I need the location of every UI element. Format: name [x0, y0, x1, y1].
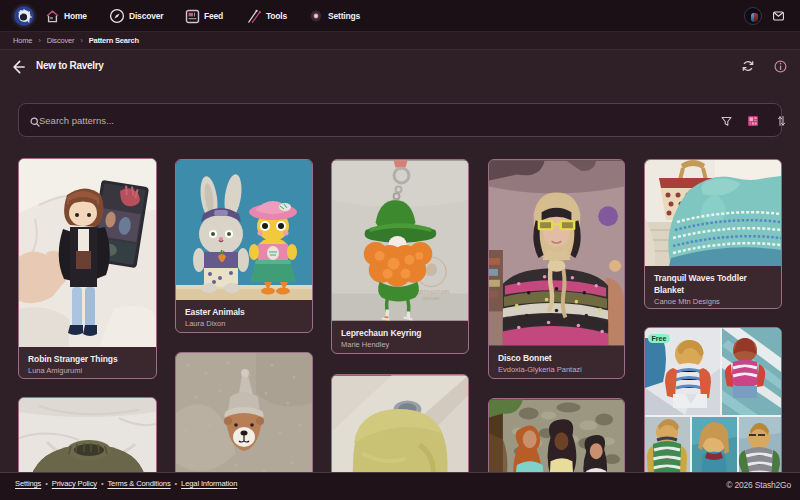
- svg-text:CROCHET: CROCHET: [423, 297, 441, 301]
